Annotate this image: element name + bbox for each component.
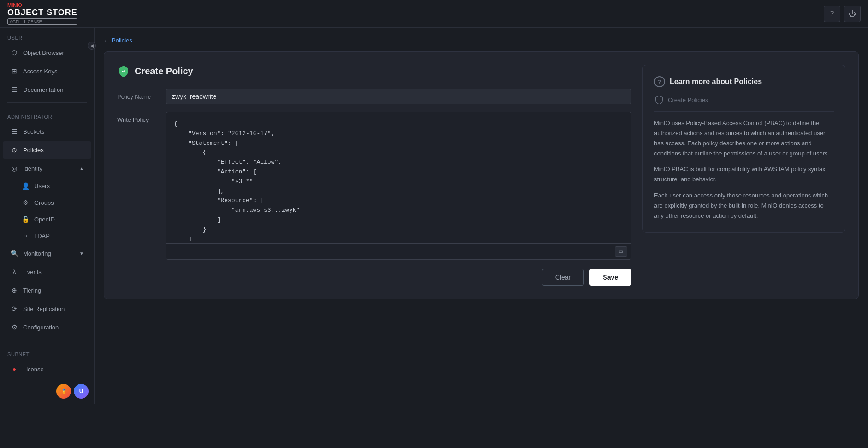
sidebar-item-openid[interactable]: 🔒 OpenID [3,211,91,227]
events-icon: λ [10,268,18,276]
info-divider [654,111,834,112]
policy-textarea[interactable]: { "Version": "2012-10-17", "Statement": … [166,112,631,241]
identity-icon: ◎ [10,164,18,173]
users-icon: 👤 [21,182,30,190]
user-section-label: User [0,28,94,43]
write-policy-label: Write Policy [117,112,159,123]
info-question-icon: ? [654,76,665,87]
sidebar-bottom: 🏅 U [0,378,94,404]
policy-name-input[interactable] [166,89,631,104]
info-panel-title: Learn more about Policies [670,78,762,86]
subnet-section-label: Subnet [0,344,94,360]
sidebar-item-label-site-replication: Site Replication [23,305,65,312]
page-title: Create Policy [135,66,193,77]
sidebar-item-label-ldap: LDAP [34,233,50,239]
sidebar-collapse-button[interactable]: ◀ [88,42,95,50]
sidebar-item-buckets[interactable]: ☰ Buckets [3,123,91,140]
sidebar-item-label-documentation: Documentation [23,86,63,93]
copy-btn-row: ⧉ [166,243,631,259]
write-policy-row: Write Policy { "Version": "2012-10-17", … [117,112,631,260]
avatar-row: 🏅 U [6,384,89,399]
info-panel: ? Learn more about Policies Create Polic… [642,65,845,233]
policies-icon: ⊙ [10,146,18,154]
monitoring-expand-icon: ▼ [79,251,84,256]
app-badge: AGPL LICENSE [7,18,77,25]
sidebar-item-object-browser[interactable]: ⬡ Object Browser [3,44,91,61]
info-paragraph-1: MinIO uses Policy-Based Access Control (… [654,118,834,159]
policy-editor-area: { "Version": "2012-10-17", "Statement": … [166,112,631,260]
sidebar-item-license[interactable]: ● License [3,360,91,378]
documentation-icon: ☰ [10,85,18,94]
info-sub-header: Create Policies [654,95,834,105]
main-card: Create Policy Policy Name Write Policy {… [104,51,859,299]
groups-icon: ⚙ [21,198,30,207]
main-layout: ◀ User ⬡ Object Browser ⊞ Access Keys ☰ … [0,28,868,448]
breadcrumb-arrow: ← [104,38,109,43]
sidebar-item-label-events: Events [23,269,42,275]
sidebar-item-policies[interactable]: ⊙ Policies [3,141,91,159]
topbar-actions: ? ⏻ [824,6,861,22]
policy-name-row: Policy Name [117,89,631,104]
sidebar-item-monitoring[interactable]: 🔍 Monitoring ▼ [3,245,91,262]
info-paragraph-3: Each user can access only those resource… [654,191,834,221]
info-sub-shield-icon [654,95,664,105]
card-header: Create Policy [117,65,631,78]
sidebar-item-identity[interactable]: ◎ Identity ▲ [3,160,91,177]
access-keys-icon: ⊞ [10,67,18,75]
sidebar-item-label-identity: Identity [23,165,42,172]
clear-button[interactable]: Clear [542,269,584,286]
help-button[interactable]: ? [824,6,840,22]
copy-button[interactable]: ⧉ [615,246,627,257]
sidebar-item-label-monitoring: Monitoring [23,250,51,257]
info-column: ? Learn more about Policies Create Polic… [642,65,845,286]
sidebar-divider-2 [7,340,87,340]
identity-expand-icon: ▲ [79,166,84,171]
buttons-row: Clear Save [117,269,631,286]
sidebar-item-documentation[interactable]: ☰ Documentation [3,81,91,98]
breadcrumb-link-policies[interactable]: Policies [112,37,132,44]
ldap-icon: ↔ [21,232,30,240]
sidebar-item-label-tiering: Tiering [23,287,41,294]
openid-icon: 🔒 [21,215,30,223]
policy-name-label: Policy Name [117,89,159,100]
shield-icon [118,65,130,77]
sidebar-item-label-object-browser: Object Browser [23,49,64,56]
avatar-2: U [74,384,89,399]
policy-textarea-wrapper: { "Version": "2012-10-17", "Statement": … [166,112,631,260]
sidebar-item-label-license: License [23,366,44,373]
sidebar-item-events[interactable]: λ Events [3,263,91,281]
form-column: Create Policy Policy Name Write Policy {… [117,65,631,286]
content-area: ← Policies Create Policy [95,28,868,448]
site-replication-icon: ⟳ [10,305,18,313]
save-button[interactable]: Save [589,269,631,286]
sidebar-item-label-users: Users [34,183,50,190]
app-name-line1: MINIO [7,2,77,8]
sidebar-item-label-policies: Policies [23,147,44,154]
sidebar-item-tiering[interactable]: ⊕ Tiering [3,281,91,299]
logo-text-block: MINIO OBJECT STORE AGPL LICENSE [7,2,77,25]
tiering-icon: ⊕ [10,286,18,294]
breadcrumb: ← Policies [104,37,859,44]
sidebar-item-access-keys[interactable]: ⊞ Access Keys [3,62,91,80]
app-name-line2: OBJECT STORE [7,8,77,18]
topbar: MINIO OBJECT STORE AGPL LICENSE ? ⏻ [0,0,868,28]
object-browser-icon: ⬡ [10,48,18,57]
info-paragraph-2: MinIO PBAC is built for compatibility wi… [654,164,834,185]
sidebar-item-site-replication[interactable]: ⟳ Site Replication [3,300,91,317]
info-sub-title: Create Policies [668,96,708,103]
buckets-icon: ☰ [10,127,18,136]
sidebar-item-groups[interactable]: ⚙ Groups [3,195,91,210]
sidebar-item-label-openid: OpenID [34,216,55,223]
sidebar-item-configuration[interactable]: ⚙ Configuration [3,318,91,336]
info-panel-header: ? Learn more about Policies [654,76,834,87]
configuration-icon: ⚙ [10,323,18,331]
sidebar-item-label-configuration: Configuration [23,324,59,331]
sidebar-item-ldap[interactable]: ↔ LDAP [3,228,91,244]
license-icon: ● [10,365,18,373]
monitoring-icon: 🔍 [10,249,18,257]
two-column-layout: Create Policy Policy Name Write Policy {… [117,65,845,286]
sidebar-item-users[interactable]: 👤 Users [3,178,91,194]
create-policy-header-icon [117,65,130,78]
power-button[interactable]: ⏻ [844,6,861,22]
sidebar-item-label-buckets: Buckets [23,128,44,135]
